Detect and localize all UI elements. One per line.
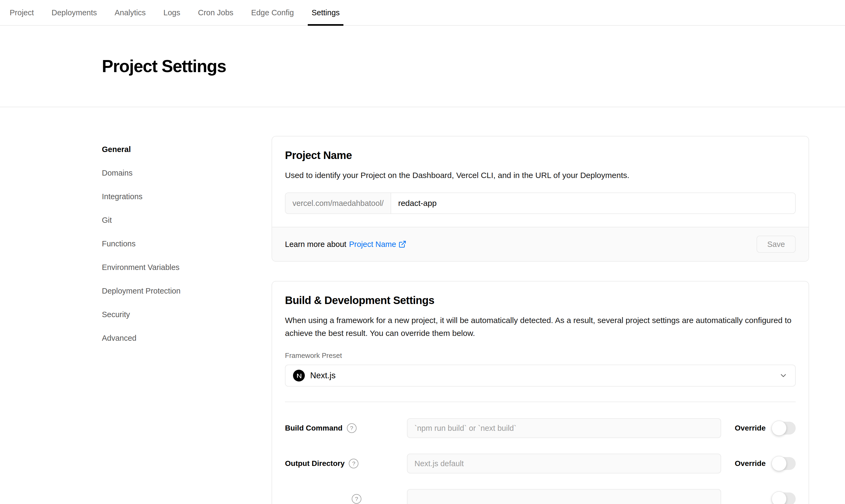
build-command-row: Build Command ? Override [285, 418, 796, 438]
project-name-docs-link[interactable]: Project Name [349, 240, 407, 249]
build-settings-description: When using a framework for a new project… [285, 314, 796, 340]
toggle-knob [772, 421, 787, 436]
sidebar-item-functions[interactable]: Functions [102, 236, 272, 251]
sidebar-item-git[interactable]: Git [102, 213, 272, 228]
output-directory-override-label: Override [735, 459, 766, 468]
external-link-icon [398, 240, 407, 248]
output-directory-input[interactable] [407, 454, 721, 473]
output-directory-row: Output Directory ? Override [285, 454, 796, 473]
build-command-override-toggle[interactable] [772, 422, 796, 435]
build-settings-card: Build & Development Settings When using … [272, 281, 809, 504]
page-header: Project Settings [0, 26, 845, 107]
output-directory-override-toggle[interactable] [772, 457, 796, 470]
settings-main: Project Name Used to identify your Proje… [272, 136, 809, 504]
build-settings-title: Build & Development Settings [285, 294, 796, 306]
build-command-input[interactable] [407, 418, 721, 438]
toggle-knob [772, 491, 787, 504]
chevron-down-icon [779, 371, 788, 380]
build-command-override-label: Override [735, 424, 766, 432]
sidebar-item-environment-variables[interactable]: Environment Variables [102, 260, 272, 275]
sidebar-item-security[interactable]: Security [102, 307, 272, 322]
page-title: Project Settings [102, 56, 226, 76]
project-name-description: Used to identify your Project on the Das… [285, 169, 796, 182]
help-icon[interactable]: ? [352, 494, 361, 504]
project-name-card-footer: Learn more about Project Name Save [272, 227, 809, 261]
help-icon[interactable]: ? [347, 423, 357, 433]
tab-logs[interactable]: Logs [162, 0, 181, 25]
tab-edge-config[interactable]: Edge Config [250, 0, 295, 25]
nextjs-logo-icon [293, 370, 305, 381]
sidebar-item-integrations[interactable]: Integrations [102, 189, 272, 204]
framework-preset-label: Framework Preset [285, 352, 796, 360]
setting-input[interactable] [407, 489, 721, 504]
settings-content: General Domains Integrations Git Functio… [0, 107, 845, 504]
build-settings-divider [285, 401, 796, 402]
override-toggle[interactable] [772, 492, 796, 504]
tab-analytics[interactable]: Analytics [114, 0, 147, 25]
toggle-knob [772, 456, 787, 471]
project-name-input-group: vercel.com/maedahbatool/ [285, 193, 796, 214]
tab-project[interactable]: Project [8, 0, 35, 25]
learn-more-text: Learn more about [285, 240, 346, 249]
sidebar-item-advanced[interactable]: Advanced [102, 330, 272, 345]
sidebar-item-domains[interactable]: Domains [102, 165, 272, 180]
sidebar-item-general[interactable]: General [102, 142, 272, 157]
project-name-learn-more: Learn more about Project Name [285, 240, 407, 249]
framework-preset-value: Next.js [310, 371, 336, 380]
project-top-nav: Project Deployments Analytics Logs Cron … [0, 0, 845, 26]
settings-sidebar: General Domains Integrations Git Functio… [102, 136, 272, 504]
build-command-label: Build Command [285, 424, 343, 432]
save-button[interactable]: Save [757, 236, 796, 253]
sidebar-item-deployment-protection[interactable]: Deployment Protection [102, 283, 272, 299]
output-directory-label: Output Directory [285, 459, 344, 468]
help-icon[interactable]: ? [349, 459, 358, 468]
tab-settings[interactable]: Settings [310, 0, 341, 25]
tab-deployments[interactable]: Deployments [50, 0, 98, 25]
project-name-url-prefix: vercel.com/maedahbatool/ [286, 193, 391, 213]
project-name-input[interactable] [391, 193, 795, 213]
install-command-row-partial: ? [285, 489, 796, 504]
framework-preset-select[interactable]: Next.js [285, 365, 796, 386]
project-name-card: Project Name Used to identify your Proje… [272, 136, 809, 262]
project-name-title: Project Name [285, 149, 796, 161]
tab-cron-jobs[interactable]: Cron Jobs [197, 0, 234, 25]
